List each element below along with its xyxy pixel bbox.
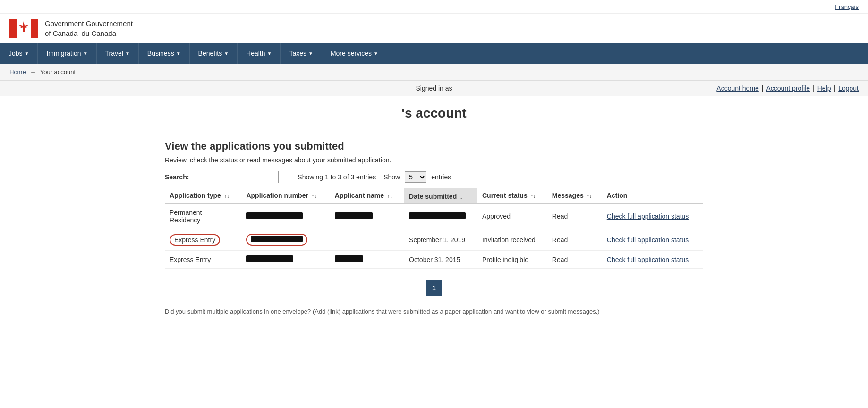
redacted-app-num-3 [246,255,293,262]
messages-cell: Read [547,204,602,229]
col-messages[interactable]: Messages ↑↓ [547,188,602,204]
section-description: Review, check the status or read message… [165,156,703,164]
app-type-cell: Express Entry [165,251,241,269]
date-submitted-cell: October 31, 2015 [404,251,477,269]
nav-travel[interactable]: Travel ▼ [97,43,139,64]
check-status-link-1[interactable]: Check full application status [607,212,689,220]
breadcrumb-separator: → [30,68,36,76]
nav-benefits[interactable]: Benefits ▼ [190,43,238,64]
taxes-arrow-icon: ▼ [308,51,313,56]
footer-note: Did you submit multiple applications in … [165,303,703,320]
nav-more-services[interactable]: More services ▼ [322,43,387,64]
table-row: PermanentResidency Approved Read Check f… [165,204,703,229]
breadcrumb-home-link[interactable]: Home [9,68,26,76]
account-profile-link[interactable]: Account profile [766,85,810,92]
table-row: Express Entry September 1, 2019 Invitati… [165,229,703,251]
applicant-name-cell [330,204,404,229]
breadcrumb: Home → Your account [0,64,868,81]
language-bar: Français [0,0,868,14]
immigration-arrow-icon: ▼ [83,51,88,56]
svg-rect-4 [23,27,25,32]
main-nav: Jobs ▼ Immigration ▼ Travel ▼ Business ▼… [0,43,868,64]
col-current-status[interactable]: Current status ↑↓ [477,188,547,204]
col-app-type[interactable]: Application type ↑↓ [165,188,241,204]
account-links: Account home | Account profile | Help | … [716,85,859,92]
redacted-app-num [246,212,303,219]
messages-cell: Read [547,251,602,269]
nav-taxes[interactable]: Taxes ▼ [281,43,322,64]
nav-jobs[interactable]: Jobs ▼ [0,43,38,64]
redacted-date [409,212,466,219]
check-status-link-2[interactable]: Check full application status [607,236,689,244]
show-label: Show [383,173,400,181]
col-action: Action [602,188,703,204]
logo-text: Government Gouvernement of Canada du Can… [45,18,133,38]
action-cell[interactable]: Check full application status [602,229,703,251]
redacted-applicant-name [335,212,373,219]
help-link[interactable]: Help [817,85,831,92]
action-cell[interactable]: Check full application status [602,204,703,229]
redacted-app-num-2 [251,236,303,242]
francais-link[interactable]: Français [835,3,859,10]
business-arrow-icon: ▼ [176,51,181,56]
main-content: 's account View the applications you sub… [151,96,717,329]
logo-container: Government Gouvernement of Canada du Can… [9,18,133,38]
entries-label: entries [431,173,451,181]
section-title: View the applications you submitted [165,140,703,153]
canada-flag [9,19,38,38]
more-services-arrow-icon: ▼ [374,51,378,56]
health-arrow-icon: ▼ [267,51,272,56]
search-input[interactable] [194,171,279,183]
date-submitted-cell [404,204,477,229]
messages-cell: Read [547,229,602,251]
svg-rect-1 [31,19,38,38]
app-num-cell [241,204,330,229]
jobs-arrow-icon: ▼ [25,51,29,56]
page-1-button[interactable]: 1 [426,280,442,296]
date-submitted-cell: September 1, 2019 [404,229,477,251]
action-cell[interactable]: Check full application status [602,251,703,269]
applications-table: Application type ↑↓ Application number ↑… [165,188,703,269]
table-controls: Search: Showing 1 to 3 of 3 entries Show… [165,171,703,183]
col-applicant-name[interactable]: Applicant name ↑↓ [330,188,404,204]
show-entries-select[interactable]: 5 10 25 [405,171,426,183]
current-status-cell: Profile ineligible [477,251,547,269]
svg-rect-0 [9,19,17,38]
current-status-cell: Approved [477,204,547,229]
current-status-cell: Invitation received [477,229,547,251]
nav-health[interactable]: Health ▼ [238,43,281,64]
col-app-num[interactable]: Application number ↑↓ [241,188,330,204]
logout-link[interactable]: Logout [838,85,859,92]
account-bar: Signed in as Account home | Account prof… [0,81,868,96]
check-status-link-3[interactable]: Check full application status [607,256,689,264]
site-header: Government Gouvernement of Canada du Can… [0,14,868,43]
app-num-cell [241,251,330,269]
circled-app-num [246,234,307,246]
signed-in-label: Signed in as [416,85,452,92]
app-num-cell [241,229,330,251]
nav-immigration[interactable]: Immigration ▼ [38,43,96,64]
redacted-applicant-name-3 [335,255,363,262]
breadcrumb-current: Your account [40,68,76,76]
date-strikethrough-3: October 31, 2015 [409,256,460,264]
applicant-name-cell [330,251,404,269]
pagination: 1 [165,280,703,296]
col-date-submitted[interactable]: Date submitted ↓ [404,188,477,204]
search-label: Search: [165,173,189,181]
travel-arrow-icon: ▼ [125,51,130,56]
circled-app-type: Express Entry [170,234,220,246]
app-type-cell: Express Entry [165,229,241,251]
applicant-name-cell [330,229,404,251]
page-title: 's account [165,106,703,128]
account-home-link[interactable]: Account home [716,85,759,92]
date-strikethrough-2: September 1, 2019 [409,236,465,244]
nav-business[interactable]: Business ▼ [139,43,190,64]
benefits-arrow-icon: ▼ [224,51,229,56]
app-type-cell: PermanentResidency [165,204,241,229]
table-row: Express Entry October 31, 2015 Profile i… [165,251,703,269]
showing-text: Showing 1 to 3 of 3 entries [298,173,376,181]
